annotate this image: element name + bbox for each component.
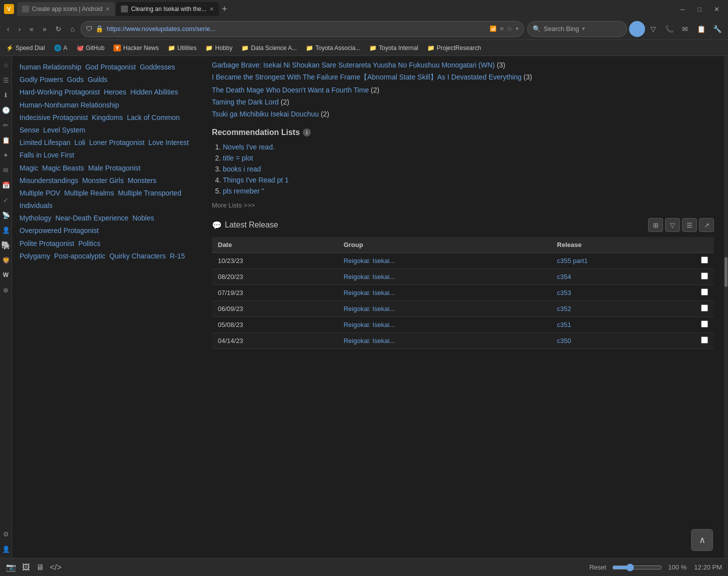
sidebar-icon-download[interactable]: ⬇ — [1, 90, 11, 100]
rec-link-novels-ive-read[interactable]: Novels I've read. — [223, 143, 275, 151]
tag-r15[interactable]: R-15 — [170, 252, 185, 260]
sidebar-icon-star[interactable]: ✦ — [1, 150, 11, 160]
sidebar-icon-settings[interactable]: ⚙ — [1, 529, 11, 539]
status-image-icon[interactable]: 🖼 — [22, 563, 30, 572]
lr-list-button[interactable]: ☰ — [682, 218, 697, 232]
bookmark-hacker-news[interactable]: Y Hacker News — [111, 44, 161, 52]
rec-link-books-i-read[interactable]: books i read — [223, 165, 261, 173]
release-cell[interactable]: c352 — [551, 301, 695, 317]
tag-god-protagonist[interactable]: God Protagonist — [85, 63, 136, 71]
release-cell[interactable]: c351 — [551, 317, 695, 333]
back-skip-button[interactable]: « — [26, 23, 36, 35]
clipboard-icon[interactable]: 📋 — [694, 22, 708, 36]
tag-multiple-pov[interactable]: Multiple POV — [19, 189, 60, 197]
new-tab-button[interactable]: + — [220, 4, 229, 14]
group-cell[interactable]: Reigokai: Isekai... — [338, 317, 551, 333]
bookmark-toyota-assoc[interactable]: 📁 Toyota Associa... — [304, 44, 362, 52]
tag-polite-protagonist[interactable]: Polite Protagonist — [19, 240, 74, 248]
sidebar-icon-check[interactable]: ✓ — [1, 195, 11, 205]
release-cell[interactable]: c350 — [551, 333, 695, 349]
search-dropdown-icon[interactable]: ▾ — [582, 26, 585, 32]
release-cell[interactable]: c354 — [551, 269, 695, 285]
reset-label[interactable]: Reset — [589, 564, 606, 571]
tag-human-relationship[interactable]: human Relationship — [19, 63, 81, 71]
novel-link-taming-dark-lord[interactable]: Taming the Dark Lord (2) — [212, 98, 714, 106]
search-bar[interactable]: 🔍 Search Bing ▾ — [527, 21, 627, 37]
extensions-icon[interactable]: 🔧 — [710, 22, 724, 36]
tag-post-apocalyptic[interactable]: Post-apocalyptic — [54, 252, 105, 260]
sidebar-icon-calendar[interactable]: 📅 — [1, 180, 11, 190]
tag-gods[interactable]: Gods — [67, 76, 83, 84]
novel-link-death-mage[interactable]: The Death Mage Who Doesn't Want a Fourth… — [212, 86, 714, 94]
tag-quirky-characters[interactable]: Quirky Characters — [109, 252, 166, 260]
zoom-slider[interactable] — [612, 564, 662, 572]
tag-level-system[interactable]: Level System — [43, 126, 85, 134]
group-cell[interactable]: Reigokai: Isekai... — [338, 333, 551, 349]
tag-polygamy[interactable]: Polygamy — [19, 252, 50, 260]
chapter-link-4[interactable]: c351 — [557, 321, 571, 328]
row-checkbox-0[interactable] — [701, 256, 708, 264]
scroll-to-top-button[interactable]: ∧ — [691, 529, 713, 551]
status-camera-icon[interactable]: 📷 — [6, 562, 16, 572]
tag-hard-working-protagonist[interactable]: Hard-Working Protagonist — [19, 88, 100, 96]
group-cell[interactable]: Reigokai: Isekai... — [338, 253, 551, 269]
mail-icon[interactable]: ✉ — [678, 22, 692, 36]
tag-mythology[interactable]: Mythology — [19, 214, 51, 222]
tag-misunderstandings[interactable]: Misunderstandings — [19, 176, 78, 184]
group-link-2[interactable]: Reigokai: Isekai... — [344, 289, 395, 296]
novel-link-tsuki[interactable]: Tsuki ga Michibiku Isekai Douchuu (2) — [212, 110, 714, 118]
tag-multiple-realms[interactable]: Multiple Realms — [64, 189, 114, 197]
tag-monster-girls[interactable]: Monster Girls — [82, 176, 123, 184]
sidebar-icon-add[interactable]: ⊕ — [1, 285, 11, 295]
row-checkbox-5[interactable] — [701, 336, 708, 344]
row-checkbox-3[interactable] — [701, 304, 708, 312]
tag-limited-lifespan[interactable]: Limited Lifespan — [19, 138, 70, 146]
info-icon[interactable]: i — [303, 128, 311, 136]
tag-heroes[interactable]: Heroes — [104, 88, 126, 96]
scroll-thumb[interactable] — [725, 257, 728, 287]
close-button[interactable]: ✕ — [709, 4, 724, 14]
chapter-link-2[interactable]: c353 — [557, 289, 571, 296]
tag-human-nonhuman[interactable]: Human-Nonhuman Relationship — [19, 101, 119, 109]
sidebar-icon-user[interactable]: 👤 — [1, 225, 11, 235]
tag-kingdoms[interactable]: Kingdoms — [92, 114, 123, 122]
group-link-3[interactable]: Reigokai: Isekai... — [344, 305, 395, 312]
sidebar-icon-clock[interactable]: 🕐 — [1, 105, 11, 115]
group-cell[interactable]: Reigokai: Isekai... — [338, 301, 551, 317]
row-checkbox-4[interactable] — [701, 320, 708, 328]
more-lists-link[interactable]: More Lists >>> — [212, 202, 255, 209]
sidebar-icon-clipboard[interactable]: 📋 — [1, 135, 11, 145]
row-checkbox-2[interactable] — [701, 288, 708, 296]
home-button[interactable]: ⌂ — [67, 23, 77, 35]
bookmark-speed-dial[interactable]: ⚡ Speed Dial — [4, 44, 47, 52]
tag-godly-powers[interactable]: Godly Powers — [19, 76, 63, 84]
release-cell[interactable]: c353 — [551, 285, 695, 301]
novel-link-garbage-brave[interactable]: Garbage Brave: Isekai Ni Shoukan Sare Su… — [212, 61, 714, 69]
release-cell[interactable]: c355 part1 — [551, 253, 695, 269]
tag-goddesses[interactable]: Goddesses — [140, 63, 175, 71]
chapter-link-3[interactable]: c352 — [557, 305, 571, 312]
sidebar-icon-mail[interactable]: ✉ — [1, 165, 11, 175]
tag-politics[interactable]: Politics — [78, 240, 100, 248]
bookmark-star-icon[interactable]: ☆ — [507, 25, 513, 32]
forward-skip-button[interactable]: » — [39, 23, 49, 35]
tag-nobles[interactable]: Nobles — [132, 214, 154, 222]
sidebar-icon-profile[interactable]: 👤 — [1, 544, 11, 554]
bookmark-hobby[interactable]: 📁 Hobby — [203, 44, 234, 52]
bookmark-utilities[interactable]: 📁 Utilities — [166, 44, 199, 52]
rec-link-pls-remeber[interactable]: pls remeber " — [223, 187, 264, 195]
wallet-button[interactable]: ▽ — [646, 22, 660, 36]
group-cell[interactable]: Reigokai: Isekai... — [338, 269, 551, 285]
sidebar-icon-brave[interactable]: 🦁 — [1, 255, 11, 265]
group-link-0[interactable]: Reigokai: Isekai... — [344, 257, 395, 264]
group-link-4[interactable]: Reigokai: Isekai... — [344, 321, 395, 328]
reader-icon[interactable]: ≡ — [500, 25, 504, 32]
sidebar-icon-rss[interactable]: 📡 — [1, 210, 11, 220]
profile-button[interactable] — [630, 22, 644, 36]
tag-loli[interactable]: Loli — [74, 138, 85, 146]
sidebar-icon-mastodon[interactable]: 🐘 — [1, 240, 11, 250]
back-button[interactable]: ‹ — [4, 23, 12, 35]
status-code-icon[interactable]: </> — [50, 563, 61, 572]
maximize-button[interactable]: □ — [692, 4, 707, 14]
tag-magic[interactable]: Magic — [19, 164, 38, 172]
